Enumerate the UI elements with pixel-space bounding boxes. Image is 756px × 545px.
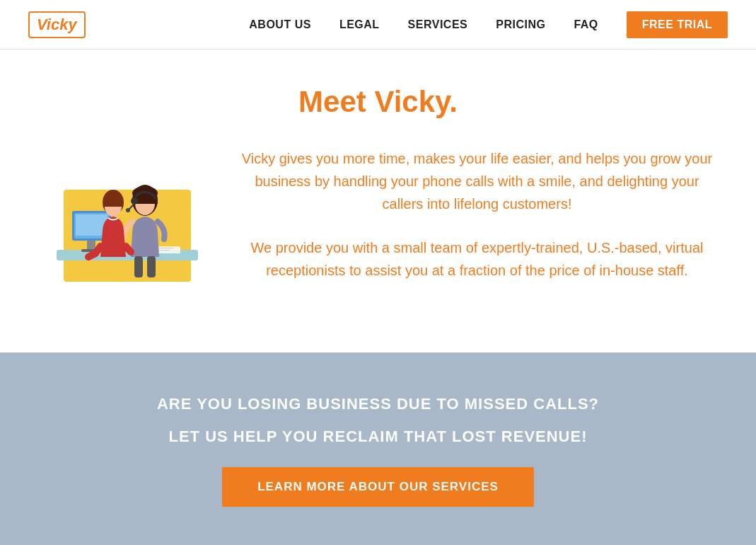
svg-point-18 [126,208,130,212]
illustration [42,147,205,289]
learn-more-button[interactable]: LEARN MORE ABOUT OUR SERVICES [222,467,534,507]
main-section: Meet Vicky. [0,50,756,352]
cta-line-2: LET US HELP YOU RECLAIM THAT LOST REVENU… [168,428,587,446]
svg-rect-14 [147,256,156,277]
description-block: Vicky gives you more time, makes your li… [240,147,714,303]
logo[interactable]: Vicky [28,11,86,38]
paragraph-1: Vicky gives you more time, makes your li… [240,147,714,215]
svg-rect-8 [87,241,95,249]
nav-legal[interactable]: LEGAL [339,18,380,31]
nav-about-us[interactable]: ABOUT US [249,18,311,31]
main-nav: ABOUT US LEGAL SERVICES PRICING FAQ FREE… [249,11,728,38]
logo-text: Vicky [37,16,77,33]
svg-rect-13 [134,256,143,277]
site-header: Vicky ABOUT US LEGAL SERVICES PRICING FA… [0,0,756,50]
nav-services[interactable]: SERVICES [408,18,468,31]
cta-section: ARE YOU LOSING BUSINESS DUE TO MISSED CA… [0,352,756,545]
main-title: Meet Vicky. [298,85,458,119]
nav-faq[interactable]: FAQ [574,18,598,31]
paragraph-2: We provide you with a small team of expe… [240,236,714,282]
receptionist-illustration [42,147,205,289]
svg-point-17 [131,197,138,205]
cta-line-1: ARE YOU LOSING BUSINESS DUE TO MISSED CA… [157,395,599,413]
content-row: Vicky gives you more time, makes your li… [42,147,714,303]
nav-pricing[interactable]: PRICING [496,18,545,31]
nav-free-trial[interactable]: FREE TRIAL [627,11,728,38]
